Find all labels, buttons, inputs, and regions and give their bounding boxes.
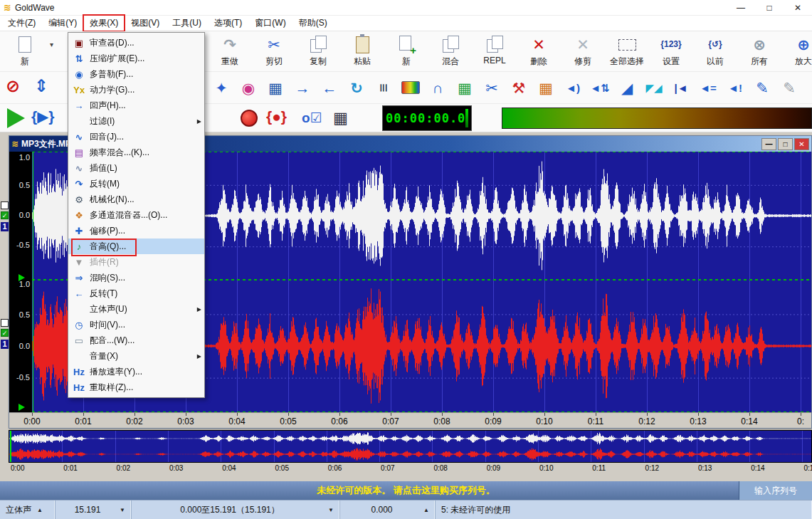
record-selection-button[interactable]: {●} [266, 108, 287, 125]
menu-tools-item[interactable]: 工具(U) [166, 15, 208, 31]
interpolate-item[interactable]: ∿ 插值(L) ▶ [68, 160, 204, 176]
speaker-arrows-item[interactable]: ◄⇅ [586, 75, 613, 100]
channel-up-arrow-icon[interactable]: ▲ [37, 507, 43, 513]
triangle-wave-item[interactable]: ◢ [613, 75, 640, 100]
censor-item[interactable]: ▣ 审查器(D)... ▶ [68, 35, 204, 51]
channel-mode-cell[interactable]: 立体声 ▲ [0, 500, 56, 519]
time-axis[interactable]: 0:000:010:020:030:040:050:060:070:080:09… [9, 412, 811, 428]
trim-item[interactable]: ✕ 修剪 [561, 33, 605, 70]
length-down-arrow-icon[interactable]: ▼ [120, 507, 125, 513]
close-button[interactable]: ✕ [784, 0, 812, 16]
offset-item[interactable]: ✚ 偏移(P)... ▶ [68, 223, 204, 238]
scissors-item[interactable]: ✂ [478, 75, 505, 100]
ball-item[interactable]: ◉ [235, 75, 262, 100]
right-channel-enabled-icon[interactable]: ✓ [1, 329, 9, 337]
right-channel-marker-box[interactable] [1, 319, 9, 327]
new-button[interactable]: 新 [3, 33, 47, 70]
delete-item[interactable]: ✕ 删除 [517, 33, 561, 70]
tools-item[interactable]: ⚒ [505, 75, 532, 100]
minimize-button[interactable]: — [727, 0, 755, 16]
paste-new-item[interactable]: 新 [384, 33, 428, 70]
child-close-button[interactable]: ✕ [794, 138, 809, 150]
select-all-item[interactable]: 全部选择 [605, 33, 649, 70]
reverb-item[interactable]: ⇒ 混响(S)... ▶ [68, 270, 204, 285]
menu-options-item[interactable]: 选项(T) [208, 15, 248, 31]
new-dropdown-arrow-icon[interactable]: ▾ [50, 41, 53, 48]
pitch-item[interactable]: ♪ 音高(Q)... ▶ [68, 238, 204, 254]
license-message[interactable]: 未经许可的版本。 请点击这里购买序列号。 [317, 484, 495, 497]
playback-rate-item[interactable]: Hz 播放速率(Y)... ▶ [68, 364, 204, 379]
cyan-triangles-item[interactable]: ◤◢ [640, 75, 668, 100]
cut-item[interactable]: ✂ 剪切 [252, 33, 296, 70]
all-item[interactable]: ⊗ 所有 [737, 33, 781, 70]
arrow-left-item[interactable]: ← [316, 75, 343, 100]
menu-window-item[interactable]: 窗口(W) [248, 15, 292, 31]
replace-item[interactable]: REPL [473, 33, 517, 70]
copy-item[interactable]: 复制 [296, 33, 340, 70]
pencil-dim-item[interactable]: ✎ [776, 75, 803, 100]
overview-strip[interactable]: 0:000:010:020:030:040:050:060:070:080:09… [9, 430, 812, 475]
menu-effects-item[interactable]: 效果(X) [83, 15, 125, 31]
menu-file-item[interactable]: 文件(Z) [1, 15, 42, 31]
speaker-eq-item[interactable]: ◄= [695, 75, 722, 100]
control-properties-button[interactable]: ▦ [333, 109, 348, 127]
bracket-speaker-item[interactable]: |◄ [668, 75, 695, 100]
play-button[interactable] [7, 108, 25, 128]
zoom-in-item[interactable]: ⊕ 放大 [781, 33, 812, 70]
left-channel-marker-box[interactable] [1, 201, 9, 209]
volume-submenu-item[interactable]: 音量(X) ▶ [68, 348, 204, 364]
set-item[interactable]: {123} 设置 [649, 33, 693, 70]
voice-over-item[interactable]: ▭ 配音...(W)... ▶ [68, 332, 204, 348]
redo-item[interactable]: ↷ 重做 [208, 33, 252, 70]
flange-item[interactable]: ∿ 回音(J)... ▶ [68, 129, 204, 145]
color-grid-item[interactable]: ▦ [532, 75, 559, 100]
paste-item[interactable]: 粘贴 [340, 33, 384, 70]
prohibit-icon[interactable]: ⊘ [6, 78, 20, 95]
length-cell[interactable]: 15.191 ▼ [56, 500, 132, 519]
position-up-arrow-icon[interactable]: ▲ [423, 507, 429, 513]
overview-toggle-button[interactable]: o☑ [302, 110, 322, 126]
selection-cell[interactable]: 0.000至15.191（15.191） ▼ [132, 500, 340, 519]
compressor-expander-item[interactable]: ⇅ 压缩/扩展(E)... ▶ [68, 51, 204, 66]
pencil-item[interactable]: ✎ [749, 75, 776, 100]
maximize-button[interactable]: □ [755, 0, 784, 16]
left-channel-enabled-icon[interactable]: ✓ [1, 211, 9, 219]
dynamics-item[interactable]: Yx 动力学(G)... ▶ [68, 82, 204, 98]
resample-item[interactable]: Hz 重取样(Z)... ▶ [68, 379, 204, 395]
echo-item[interactable]: → 回声(H)... ▶ [68, 98, 204, 113]
child-maximize-button[interactable]: □ [778, 138, 793, 150]
invert-item[interactable]: ↷ 反转(M) ▶ [68, 176, 204, 192]
filter-submenu-item[interactable]: 过滤(I) ▶ [68, 113, 204, 129]
overview-waveform[interactable] [9, 431, 811, 462]
previous-item[interactable]: {↺} 以前 [693, 33, 737, 70]
chart-item[interactable]: ▦ [262, 75, 289, 100]
sliders-item[interactable]: ≡ [370, 75, 397, 100]
speaker-item[interactable]: ◄) [559, 75, 586, 100]
menu-edit-item[interactable]: 编辑(Y) [42, 15, 83, 31]
mechanize-item[interactable]: ⚙ 机械化(N)... ▶ [68, 192, 204, 207]
circle-arrows-item[interactable]: ↻ [343, 75, 370, 100]
green-grid-item[interactable]: ▦ [451, 75, 478, 100]
selection-down-arrow-icon[interactable]: ▼ [328, 507, 334, 513]
record-button[interactable] [241, 110, 258, 127]
arrow-right-item[interactable]: → [289, 75, 316, 100]
reverse-item[interactable]: ← 反转(T) ▶ [68, 285, 204, 301]
plugins-item[interactable]: ▼ 插件(R) ▶ [68, 254, 204, 270]
arch-item[interactable]: ∩ [424, 75, 451, 100]
position-cell[interactable]: 0.000 ▲ [340, 500, 436, 519]
speaker-alert-item[interactable]: ◄! [722, 75, 749, 100]
updown-arrows-icon[interactable]: ⇕ [34, 78, 48, 95]
menu-view-item[interactable]: 视图(V) [125, 15, 166, 31]
multichannel-mixer-item[interactable]: ❖ 多通道混音器...(O)... ▶ [68, 207, 204, 223]
time-item[interactable]: ◷ 时间(V)... ▶ [68, 317, 204, 332]
menu-help-item[interactable]: 帮助(S) [292, 15, 334, 31]
child-minimize-button[interactable]: — [761, 138, 776, 150]
rainbow-bars-item[interactable] [397, 75, 424, 100]
star-item[interactable]: ✦ [208, 75, 235, 100]
stereo-submenu-item[interactable]: 立体声(U) ▶ [68, 301, 204, 317]
play-all-button[interactable]: {▶} [31, 108, 55, 125]
doppler-item[interactable]: ◉ 多普勒(F)... ▶ [68, 66, 204, 82]
enter-serial-button[interactable]: 输入序列号 [739, 481, 812, 500]
mix-item[interactable]: 混合 [428, 33, 473, 70]
frequency-blend-item[interactable]: ▤ 频率混合...(K)... ▶ [68, 145, 204, 160]
